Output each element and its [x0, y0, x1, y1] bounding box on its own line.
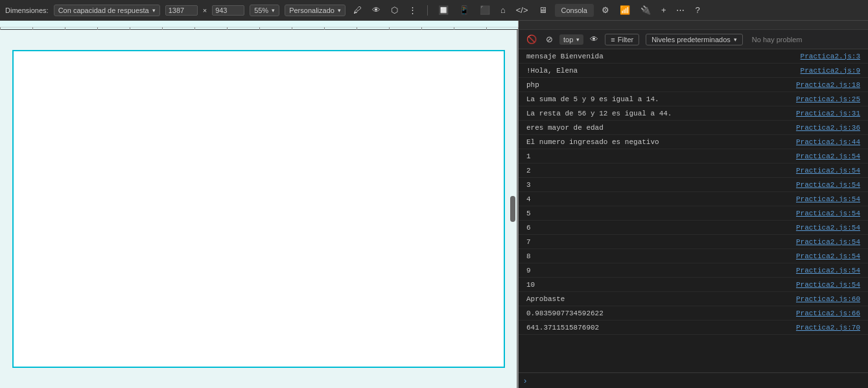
- dimensions-label: Dimensiones:: [5, 6, 49, 14]
- overflow-button[interactable]: ⋯: [674, 4, 687, 16]
- log-source[interactable]: Practica2.js:54: [796, 267, 860, 274]
- log-entry: 3Practica2.js:54: [519, 178, 868, 192]
- preview-canvas: [12, 50, 505, 368]
- log-entry: phpPractica2.js:18: [519, 78, 868, 92]
- log-text: 4: [526, 195, 796, 203]
- more-button[interactable]: ⋮: [406, 4, 419, 16]
- no-problems-text: No hay problem: [752, 36, 803, 43]
- block-button[interactable]: ⊘: [543, 33, 556, 45]
- mobile-button[interactable]: 📱: [456, 4, 472, 16]
- log-text: 3: [526, 181, 796, 189]
- log-source[interactable]: Practica2.js:9: [801, 67, 860, 75]
- log-entry: 8Practica2.js:54: [519, 249, 868, 263]
- log-source[interactable]: Practica2.js:54: [796, 195, 860, 203]
- zoom-label: 55%: [254, 6, 268, 14]
- log-source[interactable]: Practica2.js:25: [796, 95, 860, 103]
- eye-button[interactable]: 👁: [587, 33, 601, 45]
- levels-label: Niveles predeterminados: [651, 36, 731, 43]
- log-text: La suma de 5 y 9 es igual a 14.: [526, 95, 796, 103]
- log-text: eres mayor de edad: [526, 124, 796, 132]
- log-source[interactable]: Practica2.js:36: [796, 124, 860, 132]
- log-entry: AprobastePractica2.js:60: [519, 292, 868, 306]
- filter-button[interactable]: ≡ Filter: [605, 34, 639, 45]
- responsive-dropdown[interactable]: Con capacidad de respuesta ▾: [54, 5, 160, 16]
- log-text: La resta de 56 y 12 es igual a 44.: [526, 110, 796, 117]
- divider1: [427, 5, 428, 16]
- log-entry: 6Practica2.js:54: [519, 221, 868, 235]
- log-text: 6: [526, 224, 796, 232]
- scroll-handle[interactable]: [510, 196, 515, 222]
- settings-button[interactable]: ⚙: [599, 4, 612, 16]
- log-text: !Hola, Elena: [526, 67, 801, 75]
- log-source[interactable]: Practica2.js:54: [796, 252, 860, 260]
- console-toolbar: 🚫 ⊘ top ▾ 👁 ≡ Filter Niveles predetermin…: [519, 30, 868, 49]
- add-tab-button[interactable]: +: [659, 4, 669, 16]
- levels-button[interactable]: Niveles predeterminados ▾: [646, 34, 743, 45]
- tab-console-label: Consola: [561, 6, 587, 14]
- log-source[interactable]: Practica2.js:44: [796, 138, 860, 146]
- log-source[interactable]: Practica2.js:3: [801, 53, 860, 60]
- width-input[interactable]: [165, 5, 198, 16]
- custom-dropdown[interactable]: Personalizado ▾: [285, 5, 346, 16]
- preview-panel: [0, 30, 519, 388]
- log-text: 1: [526, 152, 796, 160]
- extension-button[interactable]: 🔌: [638, 4, 653, 16]
- share-button[interactable]: ⬡: [388, 4, 401, 16]
- chevron-down-icon2: ▾: [272, 7, 275, 14]
- log-source[interactable]: Practica2.js:18: [796, 81, 860, 89]
- inspect-button[interactable]: 🔲: [436, 4, 451, 16]
- log-entry: 7Practica2.js:54: [519, 235, 868, 249]
- log-text: 10: [526, 281, 796, 289]
- log-text: mensaje Bienvenida: [526, 53, 801, 60]
- log-source[interactable]: Practica2.js:66: [796, 309, 860, 317]
- clear-console-button[interactable]: 🚫: [524, 33, 539, 45]
- height-input[interactable]: [212, 5, 244, 16]
- screenshot-button[interactable]: 👁: [369, 4, 383, 16]
- top-toolbar: Dimensiones: Con capacidad de respuesta …: [0, 0, 868, 21]
- chevron-down-icon: ▾: [152, 7, 156, 14]
- top-context-selector[interactable]: top ▾: [559, 34, 583, 45]
- log-entry: La resta de 56 y 12 es igual a 44.Practi…: [519, 106, 868, 121]
- pin-button[interactable]: 🖊: [351, 4, 364, 16]
- log-text: 7: [526, 238, 796, 246]
- log-source[interactable]: Practica2.js:60: [796, 295, 860, 303]
- log-text: 0.9835907734592622: [526, 309, 796, 317]
- ruler-left: // ticks drawn inline won't work; use re…: [0, 21, 519, 29]
- log-text: 641.3711515876902: [526, 324, 796, 332]
- log-entry: 641.3711515876902Practica2.js:70: [519, 321, 868, 335]
- log-entry: eres mayor de edadPractica2.js:36: [519, 121, 868, 135]
- console-log[interactable]: mensaje BienvenidaPractica2.js:3!Hola, E…: [519, 49, 868, 372]
- main-content: 🚫 ⊘ top ▾ 👁 ≡ Filter Niveles predetermin…: [0, 30, 868, 388]
- console-icon-btn[interactable]: 🖥: [536, 4, 550, 16]
- log-entry: 0.9835907734592622Practica2.js:66: [519, 306, 868, 321]
- custom-label: Personalizado: [289, 6, 334, 14]
- log-source[interactable]: Practica2.js:54: [796, 181, 860, 189]
- log-text: 2: [526, 167, 796, 175]
- log-text: El numero ingresado es negativo: [526, 138, 796, 146]
- log-entry: 10Practica2.js:54: [519, 278, 868, 292]
- responsive-label: Con capacidad de respuesta: [58, 6, 149, 14]
- log-source[interactable]: Practica2.js:54: [796, 210, 860, 217]
- tab-console[interactable]: Consola: [555, 4, 594, 17]
- layout-button[interactable]: ⬛: [477, 4, 493, 16]
- log-source[interactable]: Practica2.js:70: [796, 324, 860, 332]
- zoom-dropdown[interactable]: 55% ▾: [250, 5, 279, 16]
- log-text: 8: [526, 252, 796, 260]
- log-entry: 4Practica2.js:54: [519, 192, 868, 206]
- log-source[interactable]: Practica2.js:54: [796, 152, 860, 160]
- filter-icon: ≡: [611, 36, 615, 43]
- log-text: 5: [526, 210, 796, 217]
- code-button[interactable]: </>: [513, 4, 531, 16]
- help-button[interactable]: ?: [692, 4, 702, 16]
- log-source[interactable]: Practica2.js:31: [796, 110, 860, 117]
- home-button[interactable]: ⌂: [498, 4, 508, 16]
- log-source[interactable]: Practica2.js:54: [796, 281, 860, 289]
- log-entry: 2Practica2.js:54: [519, 164, 868, 178]
- log-entry: mensaje BienvenidaPractica2.js:3: [519, 49, 868, 64]
- wifi-button[interactable]: 📶: [617, 4, 633, 16]
- log-source[interactable]: Practica2.js:54: [796, 167, 860, 175]
- log-text: php: [526, 81, 796, 89]
- levels-chevron-icon: ▾: [734, 36, 737, 43]
- log-source[interactable]: Practica2.js:54: [796, 238, 860, 246]
- log-source[interactable]: Practica2.js:54: [796, 224, 860, 232]
